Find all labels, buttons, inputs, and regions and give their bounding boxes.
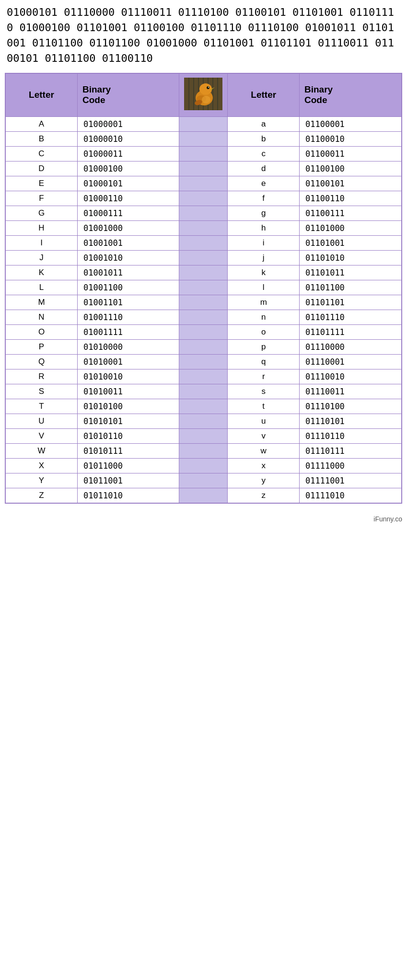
lowercase-letter: k bbox=[228, 265, 299, 280]
uppercase-binary: 01010010 bbox=[78, 369, 179, 384]
uppercase-binary: 01011010 bbox=[78, 488, 179, 503]
table-row: N 01001110 n 01101110 bbox=[5, 310, 402, 324]
lowercase-letter: c bbox=[228, 146, 299, 161]
lowercase-letter: e bbox=[228, 176, 299, 191]
uppercase-letter: K bbox=[5, 265, 78, 280]
header-letter-col2: Letter bbox=[228, 73, 299, 117]
uppercase-letter: L bbox=[5, 280, 78, 295]
uppercase-letter: H bbox=[5, 220, 78, 235]
lowercase-binary: 01100010 bbox=[299, 131, 402, 146]
spacer-cell bbox=[179, 161, 228, 176]
lowercase-letter: v bbox=[228, 428, 299, 443]
table-body: A 01000001 a 01100001 B 01000010 b 01100… bbox=[5, 116, 402, 503]
spacer-cell bbox=[179, 458, 228, 473]
uppercase-binary: 01010001 bbox=[78, 354, 179, 369]
spacer-cell bbox=[179, 473, 228, 488]
table-row: X 01011000 x 01111000 bbox=[5, 458, 402, 473]
uppercase-binary: 01001101 bbox=[78, 295, 179, 310]
uppercase-letter: W bbox=[5, 443, 78, 458]
letter-binary-table: Letter BinaryCode bbox=[5, 73, 402, 504]
uppercase-binary: 01001110 bbox=[78, 310, 179, 324]
svg-point-9 bbox=[199, 83, 212, 95]
table-header-row: Letter BinaryCode bbox=[5, 73, 402, 117]
lowercase-letter: i bbox=[228, 235, 299, 250]
spacer-cell bbox=[179, 250, 228, 265]
uppercase-letter: X bbox=[5, 458, 78, 473]
lowercase-binary: 01110110 bbox=[299, 428, 402, 443]
uppercase-binary: 01010111 bbox=[78, 443, 179, 458]
uppercase-binary: 01001011 bbox=[78, 265, 179, 280]
table-row: H 01001000 h 01101000 bbox=[5, 220, 402, 235]
table-wrapper: Letter BinaryCode bbox=[0, 73, 407, 513]
table-row: L 01001100 l 01101100 bbox=[5, 280, 402, 295]
table-row: V 01010110 v 01110110 bbox=[5, 428, 402, 443]
header-binary-col2: BinaryCode bbox=[299, 73, 402, 117]
uppercase-binary: 01001111 bbox=[78, 324, 179, 339]
spacer-cell bbox=[179, 176, 228, 191]
binary-text-block: 01000101 01110000 01110011 01110100 0110… bbox=[0, 0, 407, 73]
uppercase-letter: A bbox=[5, 116, 78, 131]
lowercase-letter: s bbox=[228, 384, 299, 399]
uppercase-letter: B bbox=[5, 131, 78, 146]
spacer-cell bbox=[179, 384, 228, 399]
lowercase-letter: o bbox=[228, 324, 299, 339]
uppercase-binary: 01010011 bbox=[78, 384, 179, 399]
svg-point-11 bbox=[208, 87, 209, 88]
table-row: W 01010111 w 01110111 bbox=[5, 443, 402, 458]
uppercase-letter: P bbox=[5, 339, 78, 354]
lowercase-letter: g bbox=[228, 206, 299, 220]
uppercase-letter: I bbox=[5, 235, 78, 250]
uppercase-binary: 01010110 bbox=[78, 428, 179, 443]
table-row: O 01001111 o 01101111 bbox=[5, 324, 402, 339]
spacer-cell bbox=[179, 369, 228, 384]
spacer-cell bbox=[179, 443, 228, 458]
bird-image-cell bbox=[179, 73, 228, 117]
table-row: F 01000110 f 01100110 bbox=[5, 191, 402, 206]
table-row: S 01010011 s 01110011 bbox=[5, 384, 402, 399]
table-row: U 01010101 u 01110101 bbox=[5, 414, 402, 428]
lowercase-letter: n bbox=[228, 310, 299, 324]
lowercase-binary: 01100001 bbox=[299, 116, 402, 131]
table-row: I 01001001 i 01101001 bbox=[5, 235, 402, 250]
table-row: M 01001101 m 01101101 bbox=[5, 295, 402, 310]
uppercase-letter: E bbox=[5, 176, 78, 191]
lowercase-binary: 01101100 bbox=[299, 280, 402, 295]
lowercase-letter: a bbox=[228, 116, 299, 131]
lowercase-letter: l bbox=[228, 280, 299, 295]
uppercase-letter: Z bbox=[5, 488, 78, 503]
lowercase-letter: x bbox=[228, 458, 299, 473]
watermark: iFunny.co bbox=[0, 513, 407, 525]
spacer-cell bbox=[179, 339, 228, 354]
uppercase-binary: 01000100 bbox=[78, 161, 179, 176]
spacer-cell bbox=[179, 220, 228, 235]
uppercase-binary: 01001010 bbox=[78, 250, 179, 265]
spacer-cell bbox=[179, 116, 228, 131]
lowercase-binary: 01101000 bbox=[299, 220, 402, 235]
lowercase-binary: 01100101 bbox=[299, 176, 402, 191]
lowercase-binary: 01110000 bbox=[299, 339, 402, 354]
uppercase-binary: 01001100 bbox=[78, 280, 179, 295]
uppercase-letter: V bbox=[5, 428, 78, 443]
table-row: B 01000010 b 01100010 bbox=[5, 131, 402, 146]
lowercase-letter: t bbox=[228, 399, 299, 414]
uppercase-letter: O bbox=[5, 324, 78, 339]
table-row: A 01000001 a 01100001 bbox=[5, 116, 402, 131]
lowercase-binary: 01110111 bbox=[299, 443, 402, 458]
lowercase-binary: 01110011 bbox=[299, 384, 402, 399]
spacer-cell bbox=[179, 265, 228, 280]
uppercase-binary: 01000111 bbox=[78, 206, 179, 220]
uppercase-binary: 01001000 bbox=[78, 220, 179, 235]
lowercase-letter: y bbox=[228, 473, 299, 488]
uppercase-binary: 01000010 bbox=[78, 131, 179, 146]
lowercase-binary: 01101001 bbox=[299, 235, 402, 250]
table-row: G 01000111 g 01100111 bbox=[5, 206, 402, 220]
lowercase-binary: 01111010 bbox=[299, 488, 402, 503]
uppercase-letter: T bbox=[5, 399, 78, 414]
uppercase-letter: M bbox=[5, 295, 78, 310]
lowercase-binary: 01100100 bbox=[299, 161, 402, 176]
uppercase-letter: N bbox=[5, 310, 78, 324]
lowercase-letter: d bbox=[228, 161, 299, 176]
lowercase-binary: 01100011 bbox=[299, 146, 402, 161]
uppercase-letter: Y bbox=[5, 473, 78, 488]
uppercase-binary: 01011001 bbox=[78, 473, 179, 488]
